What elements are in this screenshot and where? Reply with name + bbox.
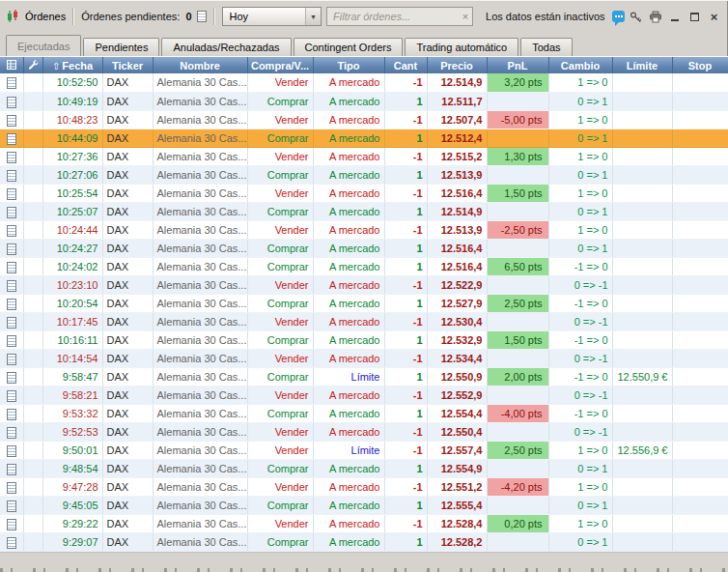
tab-pendientes[interactable]: Pendientes (83, 38, 159, 56)
printer-icon[interactable] (649, 11, 662, 23)
column-precio[interactable]: Precio (427, 57, 487, 73)
cell-tipo: A mercado (313, 275, 384, 294)
tab-contingent-orders[interactable]: Contingent Orders (294, 38, 404, 56)
cell-fecha: 10:27:36 (42, 147, 102, 165)
order-document-icon (7, 133, 16, 145)
cell-pnl (487, 422, 548, 441)
table-row[interactable]: 10:24:44DAXAlemania 30 Cas...VenderA mer… (0, 220, 728, 239)
cell-stop (672, 404, 728, 422)
column-label: Ticker (112, 60, 143, 72)
table-row[interactable]: 9:58:21DAXAlemania 30 Cas...VenderA merc… (0, 386, 728, 404)
minimize-button[interactable] (669, 11, 682, 23)
cell-tipo: A mercado (313, 202, 384, 220)
column-tipo[interactable]: Tipo (313, 57, 384, 73)
table-row[interactable]: 10:52:50DAXAlemania 30 Cas...VenderA mer… (0, 73, 728, 92)
table-row[interactable]: 10:24:27DAXAlemania 30 Cas...ComprarA me… (0, 239, 728, 257)
maximize-button[interactable] (688, 11, 701, 23)
period-dropdown[interactable]: Hoy ▼ (222, 7, 322, 26)
cell-fecha: 9:58:21 (42, 386, 102, 404)
table-row[interactable]: 10:25:54DAXAlemania 30 Cas...VenderA mer… (0, 184, 728, 202)
column-compra-venta[interactable]: Compra/V... (247, 57, 313, 73)
column-ticker[interactable]: Ticker (102, 57, 153, 73)
cell-order-icon (0, 386, 23, 404)
table-row[interactable]: 9:53:32DAXAlemania 30 Cas...ComprarA mer… (0, 404, 728, 422)
cell-limite (612, 110, 672, 129)
tab-trading-automatico[interactable]: Trading automático (405, 38, 518, 56)
filter-orders-input[interactable] (331, 10, 460, 23)
cell-precio: 12.530,4 (427, 312, 487, 330)
cell-limite (612, 257, 672, 275)
cell-fecha: 10:52:50 (42, 73, 102, 92)
column-fecha[interactable]: ⇧Fecha (42, 57, 102, 73)
tab-todas[interactable]: Todas (520, 38, 572, 56)
period-dropdown-value: Hoy (229, 11, 305, 22)
table-row[interactable]: 9:29:22DAXAlemania 30 Cas...VenderA merc… (0, 514, 728, 532)
cell-settings (23, 349, 42, 367)
table-row[interactable]: 10:44:09DAXAlemania 30 Cas...ComprarA me… (0, 129, 728, 147)
table-row[interactable]: 10:16:11DAXAlemania 30 Cas...ComprarA me… (0, 330, 728, 349)
table-row[interactable]: 9:29:07DAXAlemania 30 Cas...ComprarA mer… (0, 532, 728, 551)
table-row[interactable]: 10:27:06DAXAlemania 30 Cas...ComprarA me… (0, 165, 728, 184)
column-pnl[interactable]: PnL (487, 57, 548, 73)
cell-stop (672, 202, 728, 220)
table-row[interactable]: 9:50:01DAXAlemania 30 Cas...VenderLímite… (0, 441, 728, 459)
column-limite[interactable]: Límite (612, 57, 672, 73)
table-row[interactable]: 10:48:23DAXAlemania 30 Cas...VenderA mer… (0, 110, 728, 129)
table-row[interactable]: 10:25:07DAXAlemania 30 Cas...ComprarA me… (0, 202, 728, 220)
toolbar-separator (213, 8, 215, 25)
cell-ticker: DAX (102, 294, 153, 312)
cell-compra-venta: Vender (247, 73, 313, 92)
column-settings[interactable] (23, 57, 42, 73)
table-row[interactable]: 9:45:05DAXAlemania 30 Cas...ComprarA mer… (0, 496, 728, 514)
order-document-icon (7, 427, 16, 439)
order-document-icon (7, 243, 16, 255)
cell-nombre: Alemania 30 Cas... (153, 404, 247, 422)
cell-cant: 1 (384, 129, 427, 147)
table-row[interactable]: 10:24:02DAXAlemania 30 Cas...ComprarA me… (0, 257, 728, 275)
close-button[interactable]: × (708, 11, 720, 23)
table-row[interactable]: 10:23:10DAXAlemania 30 Cas...VenderA mer… (0, 275, 728, 294)
header-row: ⇧FechaTickerNombreCompra/V...TipoCantPre… (0, 57, 728, 73)
table-row[interactable]: 10:27:36DAXAlemania 30 Cas...VenderA mer… (0, 147, 728, 165)
column-label: Fecha (62, 60, 93, 72)
table-row[interactable]: 9:52:53DAXAlemania 30 Cas...VenderA merc… (0, 422, 728, 441)
column-nombre[interactable]: Nombre (153, 57, 247, 73)
order-document-icon (7, 115, 16, 127)
table-row[interactable]: 10:20:54DAXAlemania 30 Cas...ComprarA me… (0, 294, 728, 312)
cell-ticker: DAX (102, 147, 153, 165)
key-icon[interactable] (630, 11, 642, 23)
column-cambio[interactable]: Cambio (548, 57, 612, 73)
clear-filter-icon[interactable]: × (460, 11, 468, 22)
cell-nombre: Alemania 30 Cas... (153, 129, 247, 147)
table-row[interactable]: 10:14:54DAXAlemania 30 Cas...VenderA mer… (0, 349, 728, 367)
cell-ticker: DAX (102, 496, 153, 514)
cell-limite (612, 202, 672, 220)
cell-fecha: 9:52:53 (42, 422, 102, 441)
table-row[interactable]: 10:17:45DAXAlemania 30 Cas...VenderA mer… (0, 312, 728, 330)
cell-settings (23, 129, 42, 147)
cell-fecha: 9:50:01 (42, 441, 102, 459)
candlestick-chart-icon (5, 9, 20, 24)
cell-nombre: Alemania 30 Cas... (153, 349, 247, 367)
cell-stop (672, 349, 728, 367)
cell-pnl: -4,20 pts (487, 477, 548, 496)
column-cant[interactable]: Cant (384, 57, 427, 73)
popout-icon[interactable] (197, 11, 208, 22)
order-document-icon (7, 390, 16, 402)
cell-pnl: 6,50 pts (487, 257, 548, 275)
tab-anuladas-rechazadas[interactable]: Anuladas/Rechazadas (161, 38, 291, 56)
cell-compra-venta: Vender (247, 275, 313, 294)
cell-tipo: A mercado (313, 514, 384, 532)
column-row-type[interactable] (0, 57, 23, 73)
order-document-icon (7, 500, 16, 512)
column-stop[interactable]: Stop (672, 57, 728, 73)
table-row[interactable]: 9:48:54DAXAlemania 30 Cas...ComprarA mer… (0, 459, 728, 477)
table-row[interactable]: 9:47:28DAXAlemania 30 Cas...VenderA merc… (0, 477, 728, 496)
table-row[interactable]: 9:58:47DAXAlemania 30 Cas...ComprarLímit… (0, 367, 728, 386)
cell-ticker: DAX (102, 514, 153, 532)
cell-settings (23, 257, 42, 275)
cell-order-icon (0, 312, 23, 330)
tab-ejecutadas[interactable]: Ejecutadas (6, 35, 81, 56)
table-row[interactable]: 10:49:19DAXAlemania 30 Cas...ComprarA me… (0, 92, 728, 110)
cell-ticker: DAX (102, 202, 153, 220)
